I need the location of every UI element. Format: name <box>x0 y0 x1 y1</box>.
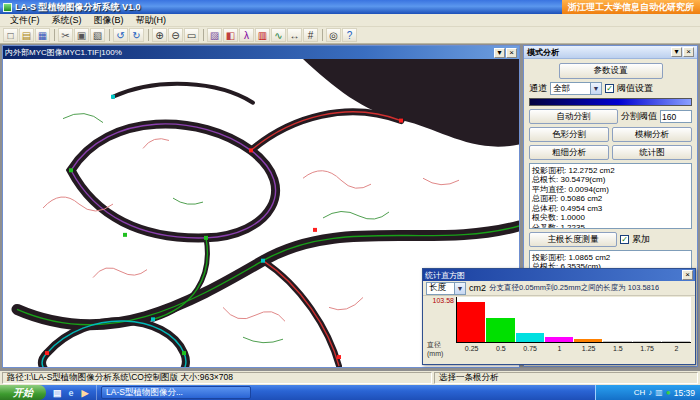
internet-explorer-icon[interactable]: e <box>65 387 77 399</box>
undo-icon[interactable]: ↺ <box>113 28 128 42</box>
histogram-bar-1.25 <box>574 339 602 342</box>
zoom-out-icon[interactable]: ⊖ <box>168 28 183 42</box>
auto-split-button[interactable]: 自动分割 <box>529 109 618 124</box>
toolbar: □▤▦✂▣▧↺↻⊕⊖▭▨◧λ▥∿↔#◎? <box>0 27 700 44</box>
copy-icon[interactable]: ▣ <box>74 28 89 42</box>
new-image-icon[interactable]: □ <box>3 28 18 42</box>
histogram-tick-2: 2 <box>662 345 691 352</box>
fine-roots <box>43 114 477 343</box>
app-window: LA-S 型植物图像分析系统 V1.0 浙江理工大学信息自动化研究所 文件(F)… <box>0 0 700 400</box>
curve-tool-icon[interactable]: ∿ <box>271 28 286 42</box>
split-threshold-input[interactable] <box>660 110 692 123</box>
menu-bar: 文件(F) 系统(S) 图像(B) 帮助(H) <box>0 14 700 27</box>
analysis-buttons-row1: 色彩分割 模糊分析 <box>529 127 692 142</box>
taskbar-task-button[interactable]: LA-S型植物图像分... <box>101 386 251 399</box>
histogram-titlebar[interactable]: 统计直方图 × <box>423 269 695 281</box>
menu-help[interactable]: 帮助(H) <box>130 14 173 27</box>
analysis-panel-header: 模式分析 ▾ × <box>524 46 697 59</box>
network-status-icon[interactable]: ▥ <box>655 388 663 397</box>
threshold-checkbox[interactable]: ✓ <box>605 84 614 93</box>
histogram-bars <box>457 297 691 343</box>
zoom-in-icon[interactable]: ⊕ <box>152 28 167 42</box>
histogram-x-axis: 直径(mm) 0.250.50.7511.251.51.752 <box>427 343 691 353</box>
histogram-bar-0.75 <box>516 333 544 342</box>
histogram-bar-2 <box>662 341 690 342</box>
split-threshold-label: 分割阈值 <box>621 110 657 123</box>
channel-row: 通道 全部 ▼ ✓ 阈值设置 <box>529 82 692 95</box>
histogram-y-axis: 103.58 <box>427 297 457 343</box>
institute-banner: 浙江理工大学信息自动化研究所 <box>562 0 700 14</box>
paste-icon[interactable]: ▧ <box>90 28 105 42</box>
redo-icon[interactable]: ↻ <box>129 28 144 42</box>
fuzzy-analysis-button[interactable]: 模糊分析 <box>612 127 692 142</box>
histogram-window: 统计直方图 × 长度 ▼ cm2 分支直径0.05mm到0.25mm之间的长度为… <box>422 268 696 365</box>
channel-label: 通道 <box>529 82 547 95</box>
menu-file[interactable]: 文件(F) <box>4 14 46 27</box>
color-split-button[interactable]: 色彩分割 <box>529 127 609 142</box>
menu-system[interactable]: 系统(S) <box>46 14 88 27</box>
thickness-analysis-button[interactable]: 粗细分析 <box>529 145 609 160</box>
histogram-bar-0.5 <box>486 318 514 342</box>
image-window-close-button[interactable]: × <box>506 48 517 58</box>
toolbar-separator <box>322 29 323 41</box>
histogram-close-button[interactable]: × <box>682 270 693 280</box>
results-text-1: 投影面积: 12.2752 cm2 总根长: 30.5479(cm) 平均直径:… <box>529 163 692 229</box>
histogram-type-select[interactable]: 长度 ▼ <box>426 282 466 295</box>
status-bar: 路径:I:\LA-S型植物图像分析系统\CO控制图版 大小:963×708 选择… <box>0 371 700 385</box>
tray-icons: CH♪▥● <box>634 388 671 397</box>
show-desktop-icon[interactable]: ▤ <box>51 387 63 399</box>
accumulate-checkbox[interactable]: ✓ <box>620 235 629 244</box>
histogram-tool-icon[interactable]: ▥ <box>255 28 270 42</box>
grid-tool-icon[interactable]: # <box>303 28 318 42</box>
tray-clock[interactable]: 15:39 <box>674 388 695 398</box>
toolbar-separator <box>109 29 110 41</box>
threshold-gradient-bar[interactable] <box>529 98 692 106</box>
ime-language-icon[interactable]: CH <box>634 388 646 397</box>
media-player-icon[interactable]: ▶ <box>79 387 91 399</box>
settings-icon[interactable]: ◎ <box>326 28 341 42</box>
histogram-tick-0.25: 0.25 <box>457 345 486 352</box>
system-tray: CH♪▥● 15:39 <box>595 385 700 400</box>
vessel-mass <box>303 59 519 147</box>
analysis-panel-title: 模式分析 <box>527 47 670 58</box>
parameter-settings-button[interactable]: 参数设置 <box>559 63 663 79</box>
image-window-menu-button[interactable]: ▾ <box>494 48 505 58</box>
toolbar-separator <box>148 29 149 41</box>
app-icon <box>3 3 12 12</box>
save-file-icon[interactable]: ▦ <box>35 28 50 42</box>
status-hint: 选择一条根分析 <box>434 372 698 384</box>
channel-view-icon[interactable]: ▨ <box>207 28 222 42</box>
histogram-tick-0.75: 0.75 <box>516 345 545 352</box>
histogram-unit-label: cm2 <box>469 283 486 293</box>
antivirus-icon[interactable]: ● <box>666 388 671 397</box>
cut-icon[interactable]: ✂ <box>58 28 73 42</box>
volume-icon[interactable]: ♪ <box>648 388 652 397</box>
threshold-checkbox-label: 阈值设置 <box>617 82 653 95</box>
channel-select[interactable]: 全部 ▼ <box>550 82 602 95</box>
taskbar: 开始 ▤e▶ LA-S型植物图像分... CH♪▥● 15:39 <box>0 385 700 400</box>
toolbar-separator <box>54 29 55 41</box>
histogram-tick-1.5: 1.5 <box>603 345 632 352</box>
analysis-buttons-row2: 粗细分析 统计图 <box>529 145 692 160</box>
image-window-titlebar[interactable]: 内外部MYC图像MYC1.TIF|100% ▾ × <box>3 46 519 59</box>
panel-close-button[interactable]: × <box>683 47 694 57</box>
histogram-tick-1: 1 <box>545 345 574 352</box>
open-file-icon[interactable]: ▤ <box>19 28 34 42</box>
measure-tool-icon[interactable]: ↔ <box>287 28 302 42</box>
menu-image[interactable]: 图像(B) <box>88 14 130 27</box>
mdi-area: 内外部MYC图像MYC1.TIF|100% ▾ × <box>0 44 700 371</box>
main-root-measure-button[interactable]: 主根长度测量 <box>529 232 617 247</box>
chevron-down-icon[interactable]: ▼ <box>454 283 465 294</box>
histogram-bar-1 <box>545 337 573 342</box>
help-icon[interactable]: ? <box>342 28 357 42</box>
channel-select-value: 全部 <box>553 83 570 95</box>
zoom-fit-icon[interactable]: ▭ <box>184 28 199 42</box>
color-split-icon[interactable]: ◧ <box>223 28 238 42</box>
chevron-down-icon[interactable]: ▼ <box>590 83 601 94</box>
stats-chart-button[interactable]: 统计图 <box>612 145 692 160</box>
histogram-bar-1.75 <box>633 341 661 342</box>
start-button[interactable]: 开始 <box>0 385 46 400</box>
measure-row: 主根长度测量 ✓ 累加 <box>529 232 692 247</box>
analyze-icon[interactable]: λ <box>239 28 254 42</box>
panel-menu-button[interactable]: ▾ <box>671 47 682 57</box>
